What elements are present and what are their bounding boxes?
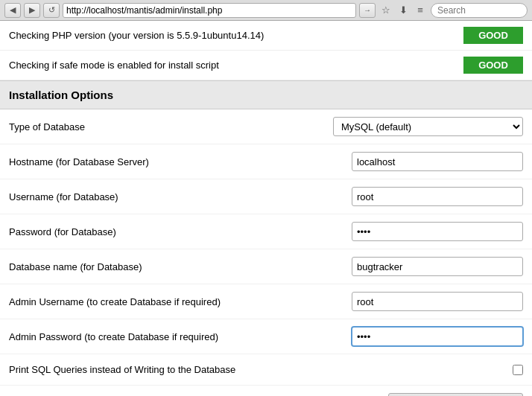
admin_password-input[interactable]	[352, 327, 523, 346]
field-label: Type of Database	[9, 121, 333, 132]
checkbox-row: Print SQL Queries instead of Writing to …	[0, 354, 532, 386]
form-row: Username (for Database)	[0, 179, 532, 214]
search-input[interactable]	[431, 3, 528, 18]
form-row: Type of Database MySQL (default)PostgreS…	[0, 109, 532, 144]
form-row: Admin Username (to create Database if re…	[0, 284, 532, 319]
status-label: Checking if safe mode is enabled for ins…	[9, 60, 463, 71]
status-label: Checking PHP version (your version is 5.…	[9, 30, 463, 41]
db-type-select[interactable]: MySQL (default)PostgreSQLMS SQL	[333, 117, 523, 136]
bookmark-icon[interactable]: ☆	[379, 3, 393, 18]
url-bar[interactable]	[63, 3, 356, 18]
go-button[interactable]: →	[359, 3, 376, 18]
status-badge: GOOD	[463, 27, 523, 44]
field-label: Database name (for Database)	[9, 261, 352, 272]
hostname-input[interactable]	[352, 152, 523, 171]
print-sql-checkbox[interactable]	[513, 365, 523, 375]
checkbox-label: Print SQL Queries instead of Writing to …	[9, 364, 513, 375]
section-header: Installation Options	[0, 80, 532, 109]
browser-toolbar: ◀ ▶ ↺ → ☆ ⬇ ≡	[0, 0, 532, 21]
back-button[interactable]: ◀	[4, 3, 21, 18]
field-label: Password (for Database)	[9, 226, 352, 237]
status-row: Checking if safe mode is enabled for ins…	[0, 51, 532, 80]
field-label: Hostname (for Database Server)	[9, 156, 352, 167]
install-upgrade-button[interactable]: Install/Upgrade Database	[388, 393, 523, 396]
admin_username-input[interactable]	[352, 292, 523, 311]
downloads-icon[interactable]: ⬇	[396, 3, 411, 18]
form-row: Hostname (for Database Server)	[0, 144, 532, 179]
field-label: Username (for Database)	[9, 191, 352, 202]
username-input[interactable]	[352, 187, 523, 206]
status-row: Checking PHP version (your version is 5.…	[0, 21, 532, 51]
submit-row: Attempt Installation Install/Upgrade Dat…	[0, 386, 532, 396]
field-label: Admin Password (to create Database if re…	[9, 331, 352, 342]
password-input[interactable]	[352, 222, 523, 241]
section-title: Installation Options	[9, 89, 113, 101]
form-row: Admin Password (to create Database if re…	[0, 319, 532, 354]
status-badge: GOOD	[463, 57, 523, 74]
forward-button[interactable]: ▶	[24, 3, 40, 18]
reload-button[interactable]: ↺	[43, 3, 60, 18]
form-row: Database name (for Database)	[0, 249, 532, 284]
more-icon[interactable]: ≡	[413, 3, 428, 18]
form-row: Password (for Database)	[0, 214, 532, 249]
field-label: Admin Username (to create Database if re…	[9, 296, 352, 307]
page-content: Checking PHP version (your version is 5.…	[0, 21, 532, 396]
dbname-input[interactable]	[352, 257, 523, 276]
